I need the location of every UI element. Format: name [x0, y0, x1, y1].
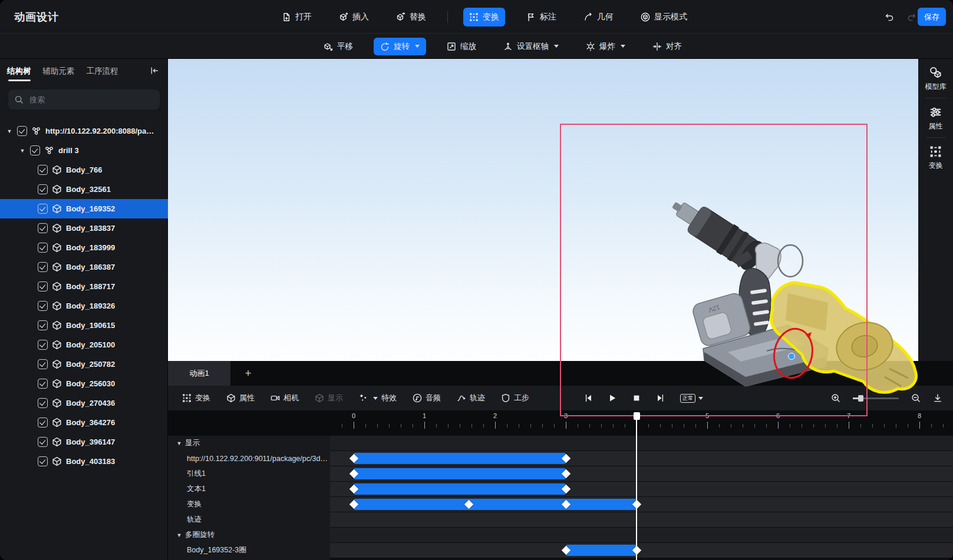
timeline-tool-transform-button[interactable]: 变换: [182, 393, 210, 403]
tree-row[interactable]: Body_396147: [0, 432, 168, 452]
tree-checkbox[interactable]: [38, 204, 48, 214]
tree-row[interactable]: ▼http://10.122.92.200:8088/pack...: [0, 121, 168, 141]
tree-row[interactable]: Body_403183: [0, 452, 168, 471]
track-lane[interactable]: [330, 466, 953, 481]
export-icon[interactable]: [933, 393, 942, 403]
zoom-out-icon[interactable]: [911, 393, 921, 403]
tree-row[interactable]: Body_205100: [0, 335, 168, 354]
track-label[interactable]: 文本1: [168, 482, 330, 496]
track-label[interactable]: 引线1: [168, 466, 330, 481]
track-label[interactable]: 变换: [168, 497, 330, 512]
tree-checkbox[interactable]: [38, 281, 48, 291]
tree-checkbox[interactable]: [38, 223, 48, 233]
search-input[interactable]: [28, 95, 146, 105]
add-animation-tab-button[interactable]: +: [230, 367, 266, 380]
tree-row[interactable]: Body_364276: [0, 413, 168, 432]
tree-checkbox[interactable]: [38, 417, 48, 428]
tree-checkbox[interactable]: [38, 437, 48, 447]
track-bar[interactable]: [566, 545, 637, 556]
tree-row[interactable]: Body_183999: [0, 238, 168, 257]
tool-pivot-button[interactable]: 设置枢轴: [497, 38, 565, 55]
timeline-tool-show-button[interactable]: 显示: [315, 393, 343, 403]
track-bar[interactable]: [354, 499, 637, 510]
tree-checkbox[interactable]: [30, 145, 40, 155]
track-label[interactable]: http://10.122.92.200:9011/package/pc/3dc…: [168, 451, 330, 466]
tree-row[interactable]: Body_32561: [0, 180, 168, 199]
tree-row[interactable]: Body_766: [0, 160, 168, 180]
collapse-panel-icon[interactable]: [150, 66, 159, 75]
rail-item-transform[interactable]: 变换: [918, 138, 953, 177]
track-bar[interactable]: [354, 453, 566, 464]
tree-checkbox[interactable]: [38, 262, 48, 272]
undo-icon[interactable]: [885, 12, 894, 22]
track-lane[interactable]: [330, 528, 953, 542]
tree-checkbox[interactable]: [17, 126, 27, 136]
timeline-tool-audio-button[interactable]: 音频: [413, 393, 441, 403]
tree-checkbox[interactable]: [38, 243, 48, 253]
tool-scale-button[interactable]: 缩放: [440, 38, 483, 55]
tree-row[interactable]: Body_183837: [0, 218, 168, 238]
tree-row[interactable]: Body_169352: [0, 199, 168, 218]
rail-item-properties[interactable]: 属性: [918, 98, 953, 137]
tree-checkbox[interactable]: [38, 184, 48, 194]
tree-row[interactable]: Body_189326: [0, 296, 168, 316]
track-label[interactable]: 轨迹: [168, 512, 330, 527]
redo-icon[interactable]: [907, 12, 916, 22]
track-lane[interactable]: [330, 436, 953, 450]
tree-checkbox[interactable]: [38, 379, 48, 389]
tool-align-button[interactable]: 对齐: [646, 38, 688, 55]
topbar-display-mode-button[interactable]: 显示模式: [635, 8, 693, 26]
track-lane[interactable]: [330, 512, 953, 527]
tree-checkbox[interactable]: [38, 320, 48, 330]
track-lane[interactable]: [330, 482, 953, 496]
timeline-tool-camera-button[interactable]: 相机: [271, 393, 299, 403]
tree-expand-caret[interactable]: ▼: [6, 128, 13, 134]
search-box[interactable]: [8, 90, 160, 110]
tree-checkbox[interactable]: [38, 165, 48, 175]
topbar-annotate-button[interactable]: 标注: [520, 8, 562, 26]
track-label[interactable]: ▼显示: [168, 436, 330, 450]
topbar-insert-button[interactable]: 插入: [333, 8, 375, 26]
topbar-open-button[interactable]: 打开: [276, 8, 318, 26]
track-group-caret[interactable]: ▼: [176, 532, 182, 538]
tool-rotate-button[interactable]: 旋转: [374, 38, 426, 55]
tree-row[interactable]: Body_270436: [0, 393, 168, 413]
tab-aux-elements[interactable]: 辅助元素: [43, 59, 75, 84]
topbar-replace-button[interactable]: 替换: [390, 8, 432, 26]
timeline-tool-properties-button[interactable]: 属性: [226, 393, 255, 403]
playhead-line[interactable]: [636, 412, 637, 560]
tool-explode-button[interactable]: 爆炸: [579, 38, 632, 55]
viewport-canvas[interactable]: 12V: [168, 59, 918, 361]
track-lane[interactable]: [330, 543, 953, 558]
track-bar[interactable]: [354, 483, 566, 495]
tab-process-flow[interactable]: 工序流程: [87, 59, 118, 84]
track-lane[interactable]: [330, 497, 953, 512]
timeline-tab[interactable]: 动画1: [168, 361, 230, 386]
playhead-handle[interactable]: [634, 412, 640, 420]
track-group-caret[interactable]: ▼: [176, 440, 182, 446]
tree-row[interactable]: Body_186387: [0, 257, 168, 277]
tree-checkbox[interactable]: [38, 340, 48, 350]
tree-checkbox[interactable]: [38, 398, 48, 408]
tree-row[interactable]: Body_190615: [0, 316, 168, 335]
track-label[interactable]: Body_169352-3圈: [168, 543, 330, 558]
tree-checkbox[interactable]: [38, 359, 48, 369]
topbar-transform-button[interactable]: 变换: [463, 8, 505, 26]
track-label[interactable]: ▼多圈旋转: [168, 528, 330, 542]
track-lane[interactable]: [330, 451, 953, 466]
save-button[interactable]: 保存: [918, 8, 946, 26]
tree-expand-caret[interactable]: ▼: [19, 148, 26, 154]
timeline-tool-step-button[interactable]: 工步: [501, 393, 529, 403]
tree-row[interactable]: ▼drill 3: [0, 141, 168, 160]
tree-row[interactable]: Body_250782: [0, 354, 168, 374]
timeline-tool-trajectory-button[interactable]: 轨迹: [457, 393, 485, 403]
tree-row[interactable]: Body_188717: [0, 277, 168, 296]
track-bar[interactable]: [354, 468, 566, 479]
tree-row[interactable]: Body_256030: [0, 374, 168, 393]
rail-item-model-library[interactable]: 模型库: [918, 59, 953, 98]
topbar-geometry-button[interactable]: 几何: [578, 8, 619, 26]
tree-checkbox[interactable]: [38, 456, 48, 466]
tool-pan-button[interactable]: 平移: [317, 38, 360, 55]
tab-structure-tree[interactable]: 结构树: [7, 59, 31, 84]
timeline-tool-effects-button[interactable]: 特效: [359, 393, 397, 403]
